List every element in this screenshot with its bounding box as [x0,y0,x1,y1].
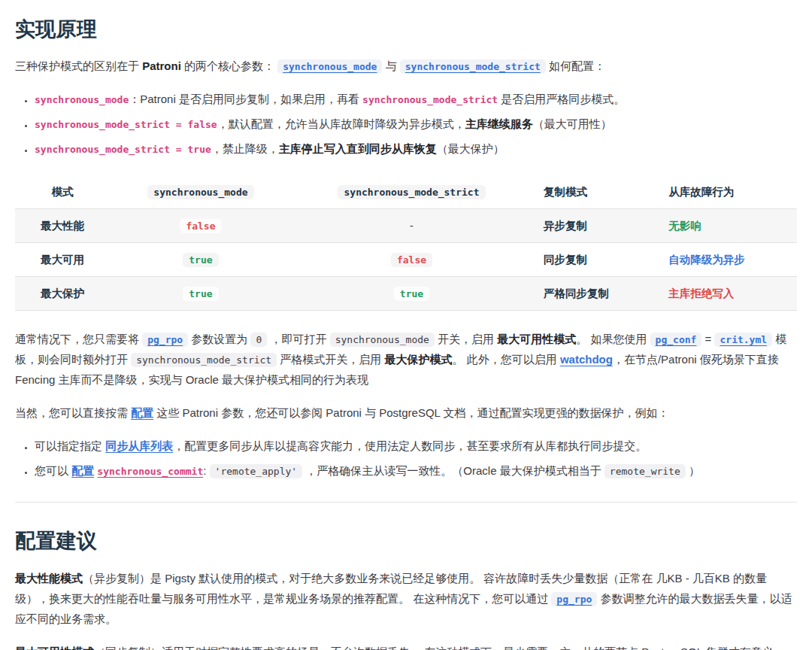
bold-text: Patroni [142,59,181,72]
text: ，默认配置，允许当从库故障时降级为异步模式， [217,117,465,130]
list-item: 可以指定指定 同步从库列表，配置更多同步从库以提高容灾能力，使用法定人数同步，甚… [35,436,797,456]
table-header-cell: synchronous_mode_strict [292,175,532,209]
text: 开关，启用 [435,333,497,345]
table-row: 最大性能false-异步复制无影响 [15,209,797,243]
usage-paragraph: 通常情况下，您只需要将 pg_rpo 参数设置为 0 ，即可打开 synchro… [15,329,797,390]
text: ，严格确保主从读写一致性。（Oracle 最大保护模式相当于 [302,464,604,477]
text: 三种保护模式的区别在于 [15,59,142,72]
extra-options-bullet-list: 可以指定指定 同步从库列表，配置更多同步从库以提高容灾能力，使用法定人数同步，甚… [15,436,797,481]
table-cell: true [292,277,532,311]
table-cell: 主库拒绝写入 [656,277,797,311]
text: （同步复制）适用于对据完整性要求高的场景，不允许数据丢失。 在这种模式下，最少需… [15,645,785,650]
table-row: 最大保护truetrue严格同步复制主库拒绝写入 [15,277,797,311]
inline-code: synchronous_mode_strict = true [35,144,211,155]
code-link[interactable]: pg_rpo [142,333,188,347]
text: ，禁止降级， [211,142,279,155]
table-cell: true [110,277,292,311]
text: 。 此外，您可以启用 [453,353,560,366]
inline-code: synchronous_mode_strict = false [35,119,217,130]
list-item: synchronous_mode_strict = false，默认配置，允许当… [35,114,797,134]
table-cell: 自动降级为异步 [656,243,797,277]
parameter-bullet-list: synchronous_mode：Patroni 是否启用同步复制，如果启用，再… [15,89,797,159]
header-code-badge: synchronous_mode [147,185,253,199]
inline-code: synchronous_mode_strict [131,353,277,367]
text-link[interactable]: 配置 [131,406,153,419]
text: 。 如果您使用 [576,333,650,345]
inline-code: synchronous_mode_strict [362,94,498,105]
table-header-cell: synchronous_mode [110,175,292,209]
text: = [701,333,714,345]
section-heading-implementation: 实现原理 [15,17,797,43]
text: : [203,464,209,477]
bold-text: 主库继续服务 [465,117,533,130]
table-header-cell: 模式 [15,175,110,209]
text: ，配置更多同步从库以提高容灾能力，使用法定人数同步，甚至要求所有从库都执行同步提… [173,439,647,452]
code-link[interactable]: pg_conf [650,333,702,347]
section-heading-configuration: 配置建议 [15,528,797,554]
code-link[interactable]: pg_rpo [551,592,597,606]
text: 您可以 [35,464,71,477]
table-cell: - [292,209,532,243]
table-cell: false [110,209,292,243]
max-availability-paragraph: 最大可用性模式（同步复制）适用于对据完整性要求高的场景，不允许数据丢失。 在这种… [15,642,797,650]
text: ，即可打开 [267,333,329,345]
list-item: synchronous_mode：Patroni 是否启用同步复制，如果启用，再… [35,89,797,109]
code-link[interactable]: synchronous_commit [97,466,203,477]
text: 如何配置： [546,59,605,72]
bold-text: 最大可用性模式 [497,333,576,345]
inline-code: 0 [250,333,267,347]
bold-text: 最大性能模式 [15,572,83,585]
text: 当然，您可以直接按需 [15,406,131,419]
section-divider [15,502,797,503]
value-badge: true [183,253,218,267]
max-performance-paragraph: 最大性能模式（异步复制）是 Pigsty 默认使用的模式，对于绝大多数业务来说已… [15,568,797,629]
code-link[interactable]: crit.yml [714,333,772,347]
code-link[interactable]: synchronous_mode [277,59,382,74]
protection-modes-table: 模式synchronous_modesynchronous_mode_stric… [15,175,797,311]
table-header-cell: 从库故障行为 [656,175,797,209]
table-cell: 最大保护 [15,277,110,311]
text-link[interactable]: 配置 [71,464,94,477]
header-code-badge: synchronous_mode_strict [338,185,485,199]
list-item: synchronous_mode_strict = true，禁止降级，主库停止… [35,138,797,159]
inline-code: synchronous_mode [35,94,129,105]
value-badge: true [183,287,218,301]
text: 与 [382,59,399,72]
value-badge: false [391,253,432,267]
config-note-paragraph: 当然，您可以直接按需 配置 这些 Patroni 参数，您还可以参阅 Patro… [15,402,797,423]
code-link[interactable]: synchronous_mode_strict [400,59,546,74]
inline-code: 'remote_apply' [210,464,303,478]
bold-text: 最大保护模式 [385,353,453,366]
bold-text: 最大可用性模式 [15,645,94,650]
table-cell: 最大性能 [15,209,110,243]
inline-code: remote_write [604,464,686,478]
text: 可以指定指定 [35,439,105,452]
table-cell: 同步复制 [532,243,656,277]
text: 通常情况下，您只需要将 [15,333,142,345]
text: 严格模式开关，启用 [277,353,384,366]
text-link[interactable]: 同步从库列表 [105,439,173,452]
doc-content: 实现原理 三种保护模式的区别在于 Patroni 的两个核心参数： synchr… [0,0,812,650]
table-cell: 无影响 [656,209,797,243]
text: 这些 Patroni 参数，您还可以参阅 Patroni 与 PostgreSQ… [153,406,668,419]
table-cell: 异步复制 [532,209,656,243]
text: （最大可用性） [533,117,612,130]
value-badge: false [180,219,221,233]
text: （最大保护） [437,142,504,155]
table-cell: 最大可用 [15,243,110,277]
table-header-cell: 复制模式 [532,175,656,209]
intro-paragraph: 三种保护模式的区别在于 Patroni 的两个核心参数： synchronous… [15,56,797,76]
table-cell: 严格同步复制 [532,277,656,311]
text: ） [686,464,700,477]
value-badge: true [394,287,429,301]
table-body: 最大性能false-异步复制无影响最大可用truefalse同步复制自动降级为异… [15,209,797,311]
text: ：Patroni 是否启用同步复制，如果启用，再看 [129,93,362,105]
text: 参数设置为 [188,333,250,345]
table-cell: true [110,243,292,277]
text-link[interactable]: watchdog [560,353,613,366]
table-row: 最大可用truefalse同步复制自动降级为异步 [15,243,797,277]
table-cell: false [292,243,532,277]
table-header-row: 模式synchronous_modesynchronous_mode_stric… [15,175,797,209]
text: 的两个核心参数： [181,59,277,72]
text: 是否启用严格同步模式。 [498,93,625,105]
